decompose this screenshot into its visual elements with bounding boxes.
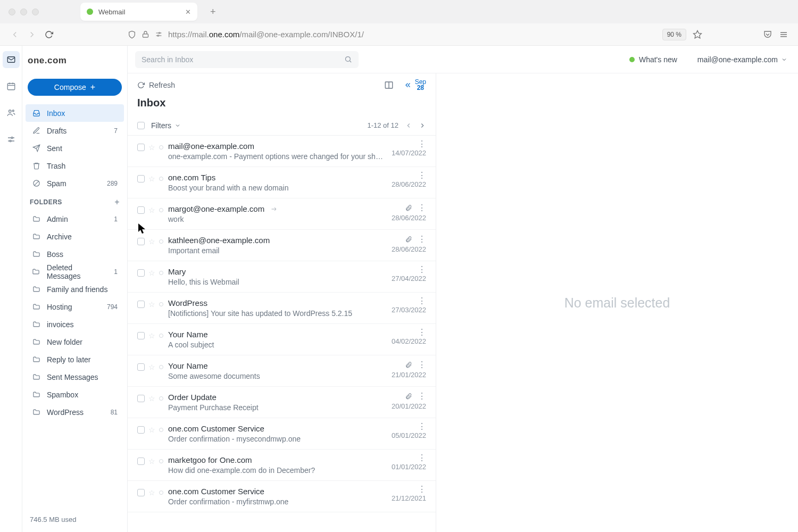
rail-mail-icon[interactable]	[3, 51, 20, 68]
zoom-level[interactable]: 90 %	[662, 29, 686, 40]
folder-item[interactable]: Reply to later	[26, 351, 124, 368]
mail-row[interactable]: ☆ one.com Tips Boost your brand with a n…	[128, 167, 436, 198]
unread-dot-icon[interactable]	[159, 459, 163, 463]
window-close-button[interactable]	[9, 9, 15, 15]
mail-checkbox[interactable]	[137, 458, 145, 465]
unread-dot-icon[interactable]	[159, 396, 163, 401]
more-dots-icon[interactable]: ⋮	[418, 205, 426, 211]
folder-item[interactable]: New folder	[26, 333, 124, 351]
rail-calendar-icon[interactable]	[3, 78, 20, 95]
more-dots-icon[interactable]: ⋮	[418, 330, 426, 335]
mail-checkbox[interactable]	[137, 175, 145, 182]
mail-row[interactable]: ☆ Your Name Some awesome documents ⋮ 21/…	[128, 355, 436, 387]
reload-button[interactable]	[44, 29, 54, 40]
rail-contacts-icon[interactable]	[3, 104, 20, 121]
unread-dot-icon[interactable]	[159, 145, 163, 149]
star-icon[interactable]: ☆	[148, 237, 155, 246]
unread-dot-icon[interactable]	[159, 239, 163, 244]
rail-settings-icon[interactable]	[3, 131, 20, 148]
lock-icon[interactable]	[142, 30, 149, 38]
url-text[interactable]: https://mail.one.com/mail@one-example.co…	[168, 30, 364, 39]
unread-dot-icon[interactable]	[159, 365, 163, 369]
sidebar-item-drafts[interactable]: Drafts 7	[26, 122, 124, 139]
more-dots-icon[interactable]: ⋮	[418, 267, 426, 272]
star-icon[interactable]: ☆	[148, 488, 155, 497]
star-icon[interactable]: ☆	[148, 426, 155, 434]
site-settings-icon[interactable]	[155, 30, 163, 38]
folder-item[interactable]: Admin 1	[26, 210, 124, 228]
mail-checkbox[interactable]	[137, 363, 145, 371]
browser-tab[interactable]: Webmail ✕	[80, 3, 197, 21]
more-dots-icon[interactable]: ⋮	[418, 142, 426, 147]
mail-checkbox[interactable]	[137, 238, 145, 245]
unread-dot-icon[interactable]	[159, 208, 163, 212]
sidebar-item-inbox[interactable]: Inbox	[26, 104, 124, 122]
mail-row[interactable]: ☆ Your Name A cool subject ⋮ 04/02/2022	[128, 324, 436, 355]
mail-checkbox[interactable]	[137, 395, 145, 402]
menu-icon[interactable]	[779, 30, 788, 39]
unread-dot-icon[interactable]	[159, 491, 163, 495]
star-icon[interactable]: ☆	[148, 143, 155, 152]
more-dots-icon[interactable]: ⋮	[418, 237, 426, 242]
unread-dot-icon[interactable]	[159, 428, 163, 432]
new-tab-button[interactable]: +	[210, 6, 216, 18]
mail-checkbox[interactable]	[137, 269, 145, 277]
mail-checkbox[interactable]	[137, 301, 145, 308]
mail-row[interactable]: ☆ mail@one-example.com one-example.com -…	[128, 136, 436, 167]
folder-item[interactable]: invoices	[26, 315, 124, 333]
star-icon[interactable]: ☆	[148, 269, 155, 277]
sidebar-item-sent[interactable]: Sent	[26, 139, 124, 157]
star-icon[interactable]: ☆	[148, 174, 155, 183]
mail-checkbox[interactable]	[137, 426, 145, 434]
mail-row[interactable]: ☆ WordPress [Notifictions] Your site has…	[128, 293, 436, 324]
window-zoom-button[interactable]	[32, 9, 39, 15]
mail-row[interactable]: ☆ kathleen@one-example.com Important ema…	[128, 230, 436, 261]
next-page-button[interactable]	[419, 122, 426, 129]
bookmark-star-icon[interactable]	[693, 30, 702, 39]
mail-checkbox[interactable]	[137, 144, 145, 151]
search-input[interactable]: Search in Inbox	[135, 51, 359, 68]
unread-dot-icon[interactable]	[159, 334, 163, 338]
mail-row[interactable]: ☆ Order Update Payment Purchase Receipt …	[128, 387, 436, 418]
folder-item[interactable]: Family and friends	[26, 280, 124, 298]
mail-checkbox[interactable]	[137, 332, 145, 339]
more-dots-icon[interactable]: ⋮	[418, 487, 426, 492]
mail-row[interactable]: ☆ one.com Customer Service Order confirm…	[128, 481, 436, 512]
layout-toggle-icon[interactable]	[384, 80, 394, 90]
star-icon[interactable]: ☆	[148, 363, 155, 371]
refresh-button[interactable]: Refresh	[137, 81, 175, 89]
star-icon[interactable]: ☆	[148, 394, 155, 403]
sidebar-item-spam[interactable]: Spam 289	[26, 174, 124, 192]
tab-close-icon[interactable]: ✕	[185, 8, 191, 16]
shield-icon[interactable]	[128, 30, 136, 39]
star-icon[interactable]: ☆	[148, 206, 155, 214]
unread-dot-icon[interactable]	[159, 271, 163, 275]
folder-item[interactable]: Archive	[26, 228, 124, 245]
forward-button[interactable]	[27, 29, 37, 40]
select-all-checkbox[interactable]	[137, 122, 145, 129]
filters-button[interactable]: Filters	[151, 121, 181, 130]
folder-item[interactable]: Deleted Messages 1	[26, 263, 124, 280]
folder-item[interactable]: Sent Messages	[26, 368, 124, 386]
prev-page-button[interactable]	[405, 122, 412, 129]
more-dots-icon[interactable]: ⋮	[418, 362, 426, 368]
compose-button[interactable]: Compose +	[28, 79, 122, 96]
star-icon[interactable]: ☆	[148, 331, 155, 340]
mail-row[interactable]: ☆ Mary Hello, this is Webmail ⋮ 27/04/20…	[128, 261, 436, 293]
folder-item[interactable]: Boss	[26, 245, 124, 263]
window-minimize-button[interactable]	[20, 9, 27, 15]
folder-item[interactable]: Hosting 794	[26, 298, 124, 315]
mail-checkbox[interactable]	[137, 489, 145, 496]
whats-new-button[interactable]: What's new	[629, 55, 677, 64]
unread-dot-icon[interactable]	[159, 302, 163, 306]
mail-row[interactable]: ☆ marketgoo for One.com How did one-exam…	[128, 450, 436, 481]
more-dots-icon[interactable]: ⋮	[418, 298, 426, 304]
more-dots-icon[interactable]: ⋮	[418, 424, 426, 429]
more-dots-icon[interactable]: ⋮	[418, 455, 426, 461]
star-icon[interactable]: ☆	[148, 300, 155, 309]
unread-dot-icon[interactable]	[159, 177, 163, 181]
pocket-icon[interactable]	[763, 30, 772, 39]
more-dots-icon[interactable]: ⋮	[418, 394, 426, 399]
sidebar-item-trash[interactable]: Trash	[26, 157, 124, 174]
folder-item[interactable]: WordPress 81	[26, 403, 124, 421]
